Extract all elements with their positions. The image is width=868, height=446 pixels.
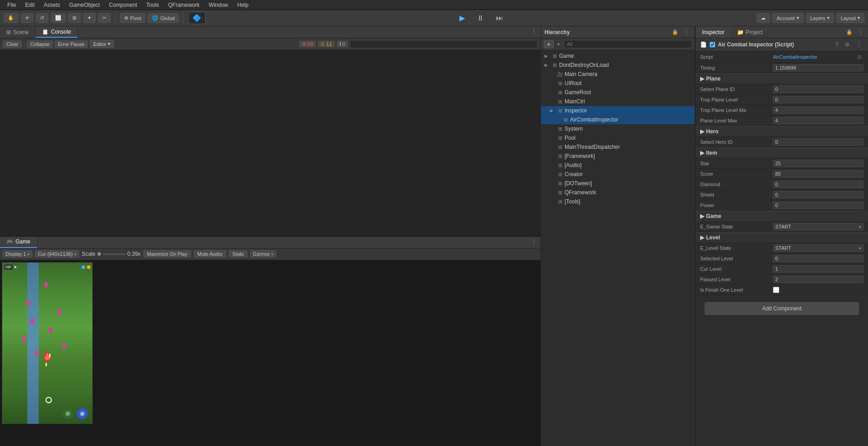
resolution-dropdown[interactable]: Cur (640x1136) ▾ bbox=[35, 250, 79, 258]
editor-button[interactable]: Editor ▾ bbox=[90, 40, 114, 48]
tool-transform[interactable]: ✦ bbox=[83, 13, 96, 23]
global-button[interactable]: 🌐 Global bbox=[148, 13, 179, 23]
inspector-menu-icon[interactable]: ⋮ bbox=[856, 28, 865, 36]
tree-item-gameroot[interactable]: ▶ ⊞ GameRoot bbox=[541, 88, 695, 97]
section-plane[interactable]: ▶ Plane bbox=[696, 73, 868, 84]
component-help-icon[interactable]: ? bbox=[833, 41, 840, 49]
section-hero[interactable]: ▶ Hero bbox=[696, 126, 868, 137]
tool-custom[interactable]: ✂ bbox=[98, 13, 111, 23]
tmp-plane-level-ma-input[interactable] bbox=[773, 106, 863, 114]
passed-level-input[interactable] bbox=[773, 276, 863, 283]
menu-qframework[interactable]: QFramework bbox=[164, 1, 203, 9]
menu-window[interactable]: Window bbox=[205, 1, 232, 9]
tree-item-dotween[interactable]: ▶ ⊞ [DOTween] bbox=[541, 179, 695, 188]
diamond-input[interactable] bbox=[773, 181, 863, 188]
tree-item-uiroot[interactable]: ▶ ⊞ UIRoot bbox=[541, 79, 695, 88]
tree-item-audio[interactable]: ▶ ⊞ [Audio] bbox=[541, 161, 695, 170]
star-input[interactable] bbox=[773, 160, 863, 167]
is-finish-one-level-checkbox[interactable] bbox=[773, 287, 779, 293]
tree-item-mainthreaddispatcher[interactable]: ▶ ⊞ MainThreadDispatcher bbox=[541, 142, 695, 152]
layout-button[interactable]: Layout ▾ bbox=[837, 13, 864, 23]
scene-tab-menu[interactable]: ⋮ bbox=[528, 26, 540, 38]
hierarchy-search-dropdown[interactable]: ▾ bbox=[555, 41, 562, 48]
tree-menu-dontdestroyonload[interactable]: ⋮ bbox=[686, 63, 691, 68]
inspector-lock-icon[interactable]: 🔒 bbox=[844, 28, 854, 36]
pivot-button[interactable]: ⊕ Pivot bbox=[120, 13, 145, 23]
mute-audio-btn[interactable]: Mute Audio bbox=[194, 250, 226, 258]
menu-gameobject[interactable]: GameObject bbox=[66, 1, 103, 9]
component-settings-icon[interactable]: ⚙ bbox=[843, 41, 852, 49]
section-level[interactable]: ▶ Level bbox=[696, 232, 868, 243]
game-tab-menu[interactable]: ⋮ bbox=[528, 237, 540, 248]
tree-item-inspector[interactable]: ▶ ⊞ Inspector bbox=[541, 106, 695, 115]
tree-item-qframework[interactable]: ▶ ⊞ QFramework bbox=[541, 188, 695, 197]
section-item[interactable]: ▶ Item bbox=[696, 147, 868, 158]
error-badge[interactable]: ⊘ 69 bbox=[299, 41, 316, 47]
select-plane-id-input[interactable] bbox=[773, 86, 863, 93]
tool-move[interactable]: ✛ bbox=[21, 13, 33, 23]
script-value[interactable]: AirCombatInspector bbox=[773, 54, 817, 60]
tree-item-pool[interactable]: ▶ ⊞ Pool bbox=[541, 133, 695, 142]
step-button[interactable]: ⏭ bbox=[491, 12, 508, 24]
tool-hand[interactable]: ✋ bbox=[4, 13, 18, 23]
menu-assets[interactable]: Assets bbox=[40, 1, 64, 9]
plane-level-max-input[interactable] bbox=[773, 117, 863, 124]
error-pause-button[interactable]: Error Pause bbox=[55, 41, 88, 48]
tree-item-creator[interactable]: ▶ ⊞ Creator bbox=[541, 170, 695, 179]
tool-rotate[interactable]: ↺ bbox=[36, 13, 48, 23]
tab-console[interactable]: 📋 Console bbox=[35, 26, 78, 38]
clear-button[interactable]: Clear bbox=[3, 41, 22, 48]
warn-badge[interactable]: ⚠ 11 bbox=[318, 41, 334, 47]
menu-edit[interactable]: Edit bbox=[21, 1, 38, 9]
score-input[interactable] bbox=[773, 170, 863, 177]
menu-tools[interactable]: Tools bbox=[142, 1, 162, 9]
tool-rect[interactable]: ⊞ bbox=[68, 13, 81, 23]
tab-project[interactable]: 📁 Project bbox=[731, 26, 769, 38]
tab-scene[interactable]: ⊞ Scene bbox=[0, 26, 35, 38]
stats-btn[interactable]: Stats bbox=[229, 250, 247, 258]
scale-slider[interactable]: Scale 0.39x bbox=[82, 251, 141, 257]
e-level-state-dropdown[interactable]: START ▾ bbox=[773, 244, 863, 252]
cloud-button[interactable]: ☁ bbox=[757, 13, 770, 23]
layers-button[interactable]: Layers ▾ bbox=[806, 13, 834, 23]
timing-input[interactable] bbox=[773, 64, 863, 71]
hierarchy-search-input[interactable] bbox=[564, 40, 692, 48]
add-component-button[interactable]: Add Component bbox=[705, 302, 859, 315]
maximize-on-play-btn[interactable]: Maximize On Play bbox=[143, 250, 191, 258]
tree-item-main-camera[interactable]: ▶ 🎥 Main Camera bbox=[541, 70, 695, 79]
tmp-plane-level-input[interactable] bbox=[773, 96, 863, 103]
shield-input[interactable] bbox=[773, 191, 863, 198]
gizmos-dropdown[interactable]: Gizmos ▾ bbox=[250, 250, 276, 258]
tab-inspector[interactable]: Inspector bbox=[696, 26, 731, 38]
tree-item-tools[interactable]: ▶ ⊞ [Tools] bbox=[541, 197, 695, 206]
tree-item-game[interactable]: ▶ ⊞ Game ⋮ bbox=[541, 51, 695, 61]
section-game[interactable]: ▶ Game bbox=[696, 211, 868, 222]
tree-item-dontdestroyonload[interactable]: ▶ ⊞ DontDestroyOnLoad ⋮ bbox=[541, 61, 695, 70]
account-button[interactable]: Account ▾ bbox=[772, 13, 803, 23]
tree-item-mainctrl[interactable]: ▶ ⊞ MainCtrl bbox=[541, 97, 695, 106]
component-enabled-checkbox[interactable] bbox=[710, 42, 715, 47]
e-game-state-dropdown[interactable]: START ▾ bbox=[773, 223, 863, 230]
cur-level-input[interactable] bbox=[773, 265, 863, 273]
hierarchy-add-button[interactable]: + bbox=[544, 40, 554, 48]
tab-game[interactable]: 🎮 Game bbox=[0, 237, 37, 248]
script-select-icon[interactable]: ⊙ bbox=[855, 53, 863, 61]
collapse-button[interactable]: Collapse bbox=[27, 41, 53, 48]
tree-item-aircombatinspector[interactable]: ▶ ⊞ AirCombatInspector bbox=[541, 115, 695, 124]
tree-menu-game[interactable]: ⋮ bbox=[686, 54, 691, 59]
console-search-input[interactable] bbox=[350, 40, 538, 48]
unity-icon-btn[interactable]: 🔷 bbox=[188, 12, 206, 24]
menu-file[interactable]: File bbox=[4, 1, 20, 9]
hierarchy-menu-icon[interactable]: ⋮ bbox=[682, 28, 691, 36]
info-badge[interactable]: ℹ 0 bbox=[337, 41, 348, 47]
tree-item-framework[interactable]: ▶ ⊞ [Framework] bbox=[541, 152, 695, 161]
power-input[interactable] bbox=[773, 202, 863, 209]
tree-item-system[interactable]: ▶ ⊞ System bbox=[541, 124, 695, 133]
component-menu-icon[interactable]: ⋮ bbox=[854, 41, 863, 49]
play-button[interactable]: ▶ bbox=[455, 12, 469, 24]
hierarchy-lock-icon[interactable]: 🔒 bbox=[670, 28, 680, 36]
select-hero-id-input[interactable] bbox=[773, 138, 863, 146]
display-dropdown[interactable]: Display 1 ▾ bbox=[3, 250, 32, 258]
menu-component[interactable]: Component bbox=[105, 1, 141, 9]
menu-help[interactable]: Help bbox=[234, 1, 252, 9]
